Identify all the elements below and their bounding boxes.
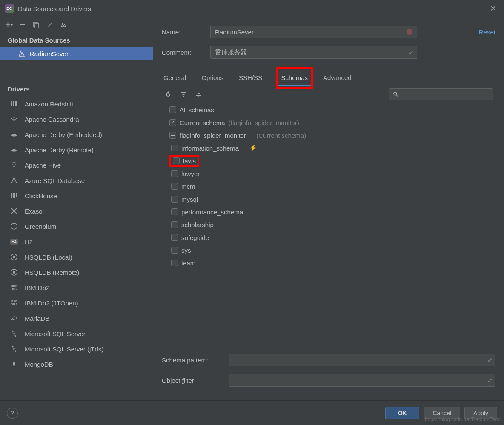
schema-current[interactable]: Current schema (flaginfo_spider_monitor) (162, 116, 495, 129)
checkbox-icon[interactable] (171, 196, 178, 203)
driver-row[interactable]: IBMDB2IBM Db2 (0, 280, 153, 295)
driver-row[interactable]: Apache Cassandra (0, 111, 153, 127)
schema-toolbar (162, 86, 495, 103)
tab-schemas[interactable]: Schemas (279, 71, 309, 86)
back-icon[interactable]: ← (126, 21, 134, 29)
tab-general[interactable]: General (162, 71, 188, 86)
schema-item[interactable]: team (162, 257, 495, 269)
driver-row[interactable]: H2H2 (0, 234, 153, 249)
cassandra-icon (9, 114, 19, 124)
global-sources-header: Global Data Sources (0, 32, 153, 47)
object-filter-label: Object filter: (162, 377, 221, 384)
driver-row[interactable]: Microsoft SQL Server (0, 326, 153, 341)
driver-row[interactable]: IBMDB2IBM Db2 (JTOpen) (0, 295, 153, 311)
drivers-list[interactable]: Amazon Redshift Apache Cassandra Apache … (0, 96, 153, 400)
app-icon: DG (5, 4, 14, 13)
tab-options[interactable]: Options (200, 71, 225, 86)
reset-link[interactable]: Reset (479, 29, 495, 36)
comment-label: Comment: (162, 49, 207, 56)
driver-row[interactable]: Azure SQL Database (0, 173, 153, 188)
checkbox-icon[interactable] (171, 247, 178, 254)
wrench-icon[interactable] (46, 21, 54, 29)
driver-row[interactable]: MongoDB (0, 357, 153, 372)
driver-row[interactable]: Exasol (0, 203, 153, 219)
help-icon[interactable]: ? (7, 408, 18, 419)
expand-all-icon[interactable] (180, 91, 187, 98)
driver-row[interactable]: MariaDB (0, 311, 153, 326)
driver-row[interactable]: Apache Derby (Embedded) (0, 127, 153, 142)
clickhouse-icon (9, 191, 19, 200)
schema-item[interactable]: scholarship (162, 218, 495, 231)
expand-icon[interactable]: ⤢ (487, 357, 493, 363)
checkbox-icon[interactable] (171, 221, 178, 228)
svg-rect-0 (20, 24, 25, 25)
close-icon[interactable]: ✕ (487, 4, 499, 13)
goto-icon[interactable] (60, 21, 67, 29)
driver-row[interactable]: Apache Derby (Remote) (0, 142, 153, 157)
collapse-all-icon[interactable] (195, 91, 203, 98)
svg-rect-9 (14, 193, 15, 198)
schema-item[interactable]: sys (162, 244, 495, 257)
forward-icon[interactable]: → (140, 21, 148, 29)
expand-icon[interactable]: ⤢ (487, 377, 493, 384)
driver-row[interactable]: HSQLDB (Remote) (0, 265, 153, 280)
mssql-icon (9, 329, 19, 338)
schema-search-input[interactable] (389, 88, 493, 100)
schema-item[interactable]: sufeguide (162, 231, 495, 244)
checkbox-icon[interactable] (171, 183, 178, 190)
driver-row[interactable]: HSQLDB (Local) (0, 249, 153, 265)
checkbox-icon[interactable] (173, 157, 180, 164)
tabs: General Options SSH/SSL Schemas Advanced (162, 71, 495, 86)
mongodb-icon (9, 359, 19, 369)
checkbox-icon[interactable] (171, 234, 178, 241)
content-panel: Name: RadiumSever Reset Comment: 雷帅服务器 ⤢… (153, 17, 504, 400)
ibm-icon: IBMDB2 (9, 298, 19, 308)
driver-row[interactable]: Microsoft SQL Server (jTds) (0, 341, 153, 357)
svg-rect-17 (196, 95, 201, 96)
checkbox-icon[interactable] (171, 208, 178, 215)
svg-point-15 (13, 271, 15, 274)
schema-all[interactable]: All schemas (162, 103, 495, 116)
tab-ssh-ssl[interactable]: SSH/SSL (237, 71, 267, 86)
schema-item[interactable]: performance_schema (162, 205, 495, 218)
svg-rect-4 (13, 101, 14, 106)
checkbox-icon[interactable] (171, 145, 178, 151)
svg-rect-8 (13, 193, 14, 198)
hive-icon (9, 160, 19, 170)
schema-pattern-input[interactable]: ⤢ (229, 354, 495, 366)
greenplum-icon (9, 222, 19, 231)
expand-icon[interactable]: ⤢ (409, 48, 414, 56)
checkbox-icon[interactable] (171, 260, 178, 266)
derby-icon (9, 130, 19, 139)
schema-item-laws[interactable]: laws (162, 154, 495, 167)
datasource-item[interactable]: RadiumSever (0, 47, 153, 60)
svg-rect-2 (35, 23, 39, 28)
schema-item[interactable]: mcm (162, 180, 495, 193)
schema-item[interactable]: lawyer (162, 167, 495, 180)
schema-tree[interactable]: All schemas Current schema (flaginfo_spi… (162, 103, 495, 345)
add-icon[interactable]: ▾ (5, 21, 13, 29)
driver-row[interactable]: ClickHouse (0, 188, 153, 203)
schema-db[interactable]: flaginfo_spider_monitor (Current schema) (162, 129, 495, 142)
mariadb-icon (9, 314, 19, 323)
tab-advanced[interactable]: Advanced (321, 71, 353, 86)
schema-item[interactable]: mysql (162, 193, 495, 205)
name-input[interactable]: RadiumSever (210, 26, 417, 38)
remove-icon[interactable] (19, 21, 26, 29)
svg-rect-10 (16, 193, 17, 197)
comment-input[interactable]: 雷帅服务器 ⤢ (210, 46, 417, 59)
checkbox-icon[interactable] (171, 170, 178, 177)
bolt-icon: ⚡ (249, 144, 257, 152)
driver-row[interactable]: Greenplum (0, 219, 153, 234)
checkbox-icon[interactable] (169, 132, 176, 139)
copy-icon[interactable] (32, 21, 40, 29)
ok-button[interactable]: OK (385, 407, 419, 419)
checkbox-icon[interactable] (169, 119, 176, 126)
refresh-icon[interactable] (164, 91, 172, 98)
checkbox-icon[interactable] (169, 106, 176, 113)
schema-item[interactable]: information_schema ⚡ (162, 142, 495, 154)
object-filter-input[interactable]: ⤢ (229, 374, 495, 387)
driver-row[interactable]: Apache Hive (0, 157, 153, 173)
dialog-buttons: ? OK Cancel Apply https://blog.csdn.net/… (0, 400, 504, 425)
driver-row[interactable]: Amazon Redshift (0, 96, 153, 111)
